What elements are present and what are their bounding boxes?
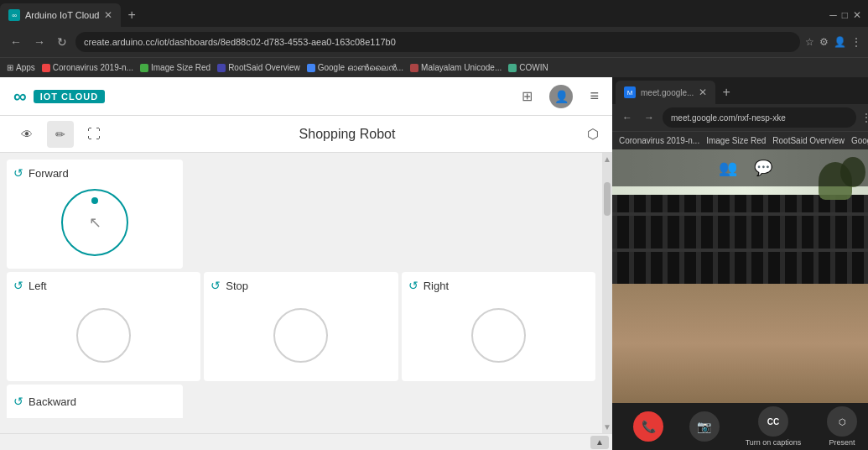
user-avatar[interactable]: 👤 — [549, 85, 573, 108]
forward-knob[interactable]: ↖ — [61, 189, 128, 256]
bookmark-cowin[interactable]: COWIN — [508, 63, 548, 72]
main-area: ∞ IOT CLOUD ⊞ 👤 ≡ 👁 ✏ ⛶ Shopping Robot — [0, 77, 868, 450]
right-knob[interactable] — [471, 308, 526, 363]
reload-button[interactable]: ↻ — [54, 34, 70, 50]
avatar-image: 👤 — [554, 90, 569, 103]
meet-favicon: M — [624, 86, 636, 98]
tab-title-arduino: Arduino IoT Cloud — [25, 10, 99, 20]
chat-icon: 💬 — [754, 159, 772, 177]
widget-forward-header: ↺ Forward — [13, 166, 176, 180]
bookmark-imagesize[interactable]: Image Size Red — [140, 63, 211, 72]
widget-forward[interactable]: ↺ Forward ↖ — [7, 160, 183, 269]
forward-knob-indicator — [91, 197, 98, 204]
meet-new-tab[interactable]: + — [715, 85, 736, 100]
share-button[interactable]: ⬡ — [587, 126, 599, 142]
scroll-thumb[interactable] — [604, 182, 611, 216]
profile-icon[interactable]: 👤 — [834, 36, 846, 48]
new-tab-button[interactable]: + — [121, 8, 142, 23]
back-button[interactable]: ← — [7, 34, 25, 50]
widget-stop[interactable]: ↺ Stop — [204, 272, 398, 381]
meet-address-input[interactable] — [663, 107, 856, 128]
scroll-bar[interactable]: ▲ ▼ — [602, 153, 612, 433]
favicon-arduino: ∞ — [8, 9, 20, 21]
video-floor — [612, 284, 868, 403]
scroll-up-arrow[interactable]: ▲ — [603, 154, 611, 164]
bookmarks-bar: ⊞ Apps Coronavirus 2019-n... Image Size … — [0, 57, 868, 77]
chat-button[interactable]: 💬 — [754, 159, 772, 177]
meet-bookmarks-bar: Coronavirus 2019-n... Image Size Red Roo… — [612, 131, 868, 149]
bookmark-coronavirus[interactable]: Coronavirus 2019-n... — [42, 63, 133, 72]
browser-chrome: ∞ Arduino IoT Cloud ✕ + ─ □ ✕ ← → ↻ ☆ ⚙ … — [0, 0, 868, 77]
widget-left[interactable]: ↺ Left — [7, 272, 200, 381]
captions-button[interactable]: CC Turn on captions — [746, 406, 802, 447]
meet-tab-close[interactable]: ✕ — [699, 86, 707, 98]
bookmark-star-icon[interactable]: ☆ — [805, 36, 814, 48]
backward-label: Backward — [29, 395, 76, 408]
page-title: Shopping Robot — [114, 127, 580, 142]
meet-bookmark-google[interactable]: Goog — [851, 136, 868, 145]
meet-bookmark-coronavirus[interactable]: Coronavirus 2019-n... — [619, 136, 699, 145]
meet-more-options-icon[interactable]: ⋮ — [861, 112, 868, 123]
widgets-area: ↺ Forward ↖ — [0, 153, 602, 433]
forward-widget-icon: ↺ — [13, 166, 23, 180]
stop-knob[interactable] — [273, 308, 328, 363]
bookmark-rootsaid[interactable]: RootSaid Overview — [217, 63, 300, 72]
grid-icon[interactable]: ⊞ — [522, 88, 533, 104]
meet-tab[interactable]: M meet.google... ✕ — [616, 81, 715, 104]
scroll-down-arrow[interactable]: ▼ — [603, 422, 611, 432]
participants-button[interactable]: 👥 — [719, 159, 737, 177]
minimize-button[interactable]: ─ — [829, 9, 837, 21]
video-scene — [612, 149, 868, 403]
end-call-button[interactable]: 📞 — [633, 411, 663, 442]
bookmark-favicon-4 — [307, 64, 315, 72]
widget-right-header: ↺ Right — [408, 279, 589, 292]
more-options-icon[interactable]: ⋮ — [851, 36, 861, 48]
video-gate-area — [612, 195, 868, 284]
arduino-logo: ∞ IOT CLOUD — [13, 87, 105, 106]
edit-button[interactable]: ✏ — [47, 121, 74, 148]
bookmark-favicon-1 — [42, 64, 50, 72]
view-button[interactable]: 👁 — [13, 121, 40, 148]
left-knob[interactable] — [76, 308, 131, 363]
extension-icon[interactable]: ⚙ — [819, 36, 829, 48]
menu-icon[interactable]: ≡ — [590, 87, 599, 105]
widget-left-header: ↺ Left — [13, 279, 194, 292]
video-fence-bars — [612, 195, 868, 284]
bookmark-favicon-3 — [217, 64, 226, 72]
address-input[interactable] — [75, 32, 800, 52]
present-icon: ⬡ — [827, 406, 857, 437]
nav-bar: ← → ↻ ☆ ⚙ 👤 ⋮ — [0, 27, 868, 57]
scroll-page-up-button[interactable]: ▲ — [590, 436, 609, 449]
arduino-infinity-icon: ∞ — [13, 87, 27, 106]
widget-backward-partial[interactable]: ↺ Backward — [7, 385, 183, 418]
tab-arduino[interactable]: ∞ Arduino IoT Cloud ✕ — [0, 3, 121, 27]
apps-icon: ⊞ — [7, 63, 13, 72]
meet-bookmark-rootsaid[interactable]: RootSaid Overview — [772, 136, 845, 145]
bookmark-google[interactable]: Google ഓൺലൈൻ... — [307, 63, 403, 73]
close-button[interactable]: ✕ — [853, 9, 861, 21]
arduino-panel: ∞ IOT CLOUD ⊞ 👤 ≡ 👁 ✏ ⛶ Shopping Robot — [0, 77, 612, 450]
camera-button[interactable]: 📷 — [689, 411, 720, 442]
present-button[interactable]: ⬡ Present — [827, 406, 857, 447]
forward-button[interactable]: → — [30, 34, 49, 50]
widget-right[interactable]: ↺ Right — [402, 272, 595, 381]
tab-close-arduino[interactable]: ✕ — [104, 9, 112, 21]
arduino-toolbar: 👁 ✏ ⛶ Shopping Robot ⬡ — [0, 116, 612, 153]
left-widget-icon: ↺ — [13, 279, 23, 292]
bookmark-apps[interactable]: ⊞ Apps — [7, 63, 35, 72]
expand-button[interactable]: ⛶ — [81, 121, 107, 148]
meet-back-button[interactable]: ← — [619, 110, 636, 125]
right-label: Right — [424, 280, 449, 292]
meet-tab-title: meet.google... — [641, 88, 694, 97]
captions-label: Turn on captions — [746, 438, 802, 447]
meet-bookmark-imagesize[interactable]: Image Size Red — [706, 136, 766, 145]
present-label: Present — [829, 438, 855, 447]
bookmark-favicon-5 — [410, 64, 418, 72]
maximize-button[interactable]: □ — [842, 9, 848, 21]
forward-label: Forward — [29, 167, 69, 180]
bookmark-malayalam[interactable]: Malayalam Unicode... — [410, 63, 502, 72]
meet-forward-button[interactable]: → — [641, 110, 657, 125]
video-fence-bottom-bar — [612, 249, 868, 252]
meet-nav-bar: ← → ⋮ — [612, 104, 868, 131]
bookmark-favicon-6 — [508, 64, 517, 72]
